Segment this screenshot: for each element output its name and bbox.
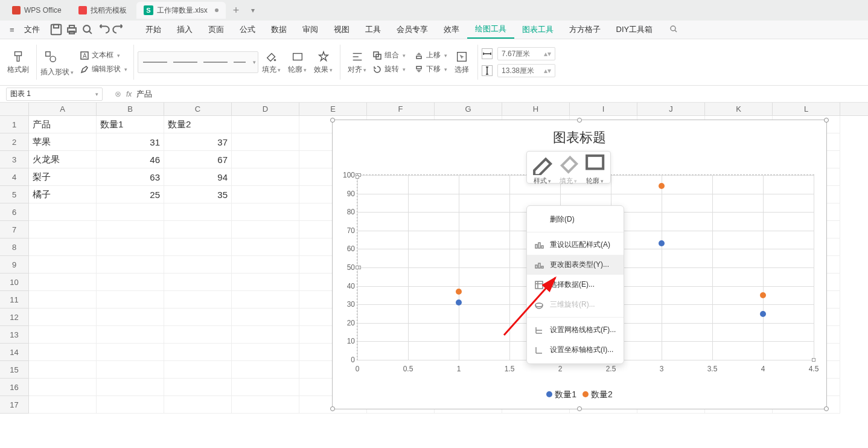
cancel-icon[interactable]: ⊗ [115,89,121,98]
col-header[interactable]: C [164,103,232,115]
col-header[interactable]: G [435,103,502,115]
cell[interactable] [97,379,164,396]
ctx-axis-format[interactable]: 设置坐标轴格式(I)... [527,340,624,360]
chart-resize-handle[interactable] [824,118,829,123]
chart-data-point[interactable] [456,299,462,306]
ribbon-tab-13[interactable]: DIY工具箱 [608,21,661,39]
chart-resize-handle[interactable] [330,406,335,411]
name-box[interactable]: 图表 1 ▾ [6,88,103,101]
formula-content[interactable]: 产品 [136,89,152,100]
row-header[interactable]: 17 [0,396,29,414]
height-input[interactable]: 13.38厘米▴▾ [497,64,555,77]
mini-style-button[interactable]: 样式▾ [529,149,555,185]
cell[interactable] [232,221,299,238]
redo-icon[interactable] [112,23,126,36]
ribbon-tab-1[interactable]: 插入 [169,21,200,39]
cell[interactable]: 37 [164,133,232,151]
col-header[interactable]: B [97,103,164,115]
ribbon-tab-3[interactable]: 公式 [232,21,263,39]
cell[interactable] [232,396,299,414]
cell[interactable] [164,274,232,291]
chart-data-point[interactable] [760,311,766,317]
row-header[interactable]: 16 [0,379,29,396]
cell[interactable]: 苹果 [29,133,97,151]
chart-resize-handle[interactable] [577,406,582,411]
plot-resize-handle[interactable] [356,266,359,269]
cell[interactable] [29,396,97,414]
row-header[interactable]: 5 [0,186,29,203]
ctx-reset-style[interactable]: 重设以匹配样式(A) [527,235,624,255]
chart-resize-handle[interactable] [824,406,829,411]
ctx-delete[interactable]: 删除(D) [527,210,624,229]
cell[interactable] [164,238,232,256]
chart-data-point[interactable] [456,289,462,295]
cell[interactable] [164,326,232,344]
mini-fill-button[interactable]: 填充▾ [555,149,581,185]
cell[interactable] [29,221,97,238]
cell[interactable] [232,203,299,221]
row-header[interactable]: 1 [0,116,29,133]
chart-legend[interactable]: 数量1 数量2 [333,389,826,400]
chart-resize-handle[interactable] [577,118,582,123]
chart-title[interactable]: 图表标题 [333,129,826,147]
select-all-corner[interactable] [0,103,29,115]
row-header[interactable]: 2 [0,133,29,151]
cell[interactable] [97,291,164,309]
group-button[interactable]: 组合▾ [370,49,408,62]
cell[interactable] [232,186,299,203]
cell[interactable] [232,256,299,274]
col-header[interactable]: L [773,103,840,115]
cell[interactable] [97,309,164,326]
format-painter-button[interactable]: 格式刷 [4,48,33,77]
cell[interactable]: 31 [97,133,164,151]
row-header[interactable]: 7 [0,221,29,238]
row-header[interactable]: 6 [0,203,29,221]
cell[interactable] [232,379,299,396]
cell[interactable]: 25 [97,186,164,203]
row-header[interactable]: 14 [0,344,29,361]
chart-data-point[interactable] [760,292,766,298]
col-header[interactable]: J [637,103,705,115]
ribbon-tab-12[interactable]: 方方格子 [561,21,608,39]
col-header[interactable]: E [299,103,367,115]
hamburger-icon[interactable]: ≡ [6,25,18,34]
ribbon-tab-10[interactable]: 绘图工具 [467,21,514,39]
cell[interactable] [164,379,232,396]
cell[interactable] [29,309,97,326]
cell[interactable] [232,238,299,256]
ribbon-tab-8[interactable]: 会员专享 [389,21,436,39]
edit-shape-button[interactable]: 编辑形状▾ [77,63,130,75]
col-header[interactable]: H [502,103,570,115]
cell[interactable] [232,151,299,168]
cell[interactable]: 67 [164,151,232,168]
cell[interactable] [164,256,232,274]
cell[interactable] [232,116,299,133]
cell[interactable] [29,256,97,274]
undo-icon[interactable] [97,23,110,36]
search-icon[interactable] [669,24,678,36]
cell[interactable] [29,274,97,291]
text-box-button[interactable]: A 文本框▾ [77,49,130,62]
fx-icon[interactable]: fx [126,90,132,98]
row-header[interactable]: 3 [0,151,29,168]
ribbon-tab-4[interactable]: 数据 [263,21,295,39]
cell[interactable] [97,238,164,256]
tab-menu-button[interactable]: ▾ [246,6,260,14]
ribbon-tab-2[interactable]: 页面 [200,21,232,39]
chart-data-point[interactable] [659,240,665,246]
app-tab-template[interactable]: 找稻壳模板 [71,2,134,19]
app-tab-workbook[interactable]: S 工作簿数量.xlsx [136,2,226,19]
cell[interactable]: 数量2 [164,116,232,133]
cell[interactable]: 35 [164,186,232,203]
col-header[interactable]: K [705,103,773,115]
cell[interactable] [232,168,299,186]
cell[interactable] [164,291,232,309]
cell[interactable]: 63 [97,168,164,186]
row-header[interactable]: 15 [0,361,29,379]
cell[interactable] [29,291,97,309]
cell[interactable] [232,309,299,326]
row-header[interactable]: 11 [0,291,29,309]
rotate-button[interactable]: 旋转▾ [370,63,408,75]
cell[interactable]: 火龙果 [29,151,97,168]
cell[interactable] [97,344,164,361]
